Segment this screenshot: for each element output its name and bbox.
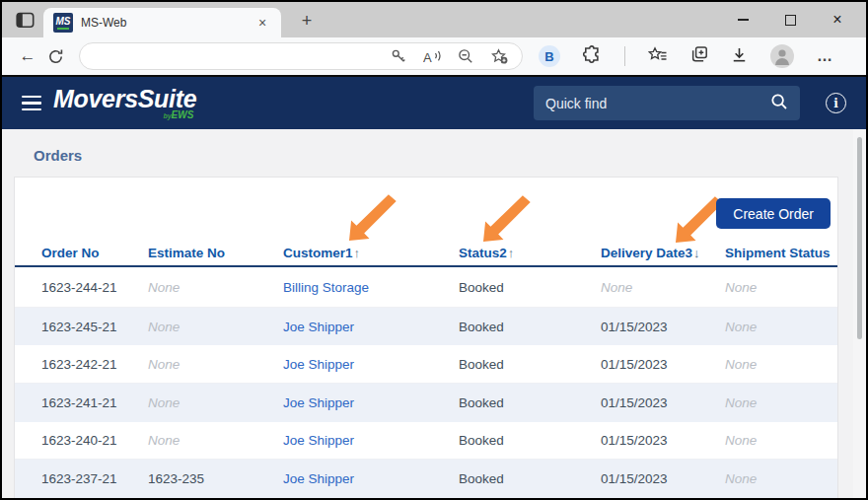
ms-favicon: MS xyxy=(53,13,73,33)
zoom-out-icon[interactable] xyxy=(455,45,476,67)
cell-delivery-date: 01/15/2023 xyxy=(601,320,725,334)
cell-status: Booked xyxy=(459,471,601,486)
scrollbar-track[interactable] xyxy=(853,129,866,498)
address-bar[interactable]: A xyxy=(79,42,523,70)
window-controls: × xyxy=(734,2,866,37)
cell-delivery-date: 01/15/2023 xyxy=(601,395,725,410)
cell-order-no: 1623-237-21 xyxy=(41,471,148,486)
cell-delivery-date: 01/15/2023 xyxy=(601,471,725,486)
toolbar-divider xyxy=(624,46,625,66)
cell-customer-link[interactable]: Joe Shipper xyxy=(283,471,459,486)
cell-estimate-no: None xyxy=(148,357,283,372)
collections-icon[interactable] xyxy=(690,45,708,67)
app-header: MoversSuite byEWS i xyxy=(2,77,866,129)
info-icon[interactable]: i xyxy=(826,93,846,113)
column-header-estimate-no[interactable]: Estimate No xyxy=(148,246,283,260)
column-header-order-no[interactable]: Order No xyxy=(41,246,148,260)
table-row[interactable]: 1623-245-21 None Joe Shipper Booked 01/1… xyxy=(15,308,837,346)
favorites-icon[interactable] xyxy=(648,46,668,67)
cell-status: Booked xyxy=(459,357,601,372)
minimize-button[interactable] xyxy=(734,11,752,29)
tab-title: MS-Web xyxy=(81,16,253,30)
cell-estimate-no: None xyxy=(148,320,283,334)
cell-shipment-status: None xyxy=(725,357,837,372)
cell-order-no: 1623-245-21 xyxy=(41,320,148,334)
logo-brand: MoversSuite xyxy=(53,87,196,111)
sort-ascending-icon: ↑ xyxy=(354,246,361,260)
cell-customer-link[interactable]: Joe Shipper xyxy=(283,357,459,372)
cell-status: Booked xyxy=(459,395,601,410)
page-content: Orders Create Order Order No Estimate No… xyxy=(2,129,866,498)
cell-estimate-no: 1623-235 xyxy=(148,471,283,486)
table-row[interactable]: 1623-242-21 None Joe Shipper Booked 01/1… xyxy=(15,345,837,384)
read-aloud-icon[interactable]: A xyxy=(421,45,443,67)
new-tab-button[interactable]: + xyxy=(295,9,319,33)
cell-order-no: 1623-240-21 xyxy=(41,433,148,448)
cell-delivery-date: 01/15/2023 xyxy=(601,357,725,372)
logo-by: by xyxy=(163,112,171,119)
sort-ascending-icon: ↑ xyxy=(508,246,515,260)
cell-order-no: 1623-242-21 xyxy=(41,357,148,372)
cell-order-no: 1623-241-21 xyxy=(41,395,148,410)
table-header-row: Order No Estimate No Customer1↑ Status2↑… xyxy=(15,240,837,267)
back-button[interactable]: ← xyxy=(14,42,41,70)
add-favorite-icon[interactable] xyxy=(488,45,510,67)
table-row[interactable]: 1623-240-21 None Joe Shipper Booked 01/1… xyxy=(15,422,837,461)
tab-strip: MS MS-Web × + × xyxy=(2,2,866,37)
profile-avatar[interactable] xyxy=(770,44,794,68)
table-row[interactable]: 1623-244-21 None Billing Storage Booked … xyxy=(15,269,837,308)
browser-window: MS MS-Web × + × ← A xyxy=(0,0,868,500)
orders-card: Create Order Order No Estimate No Custom… xyxy=(14,177,838,498)
page-title: Orders xyxy=(34,147,82,164)
cell-estimate-no: None xyxy=(148,280,283,295)
search-icon[interactable] xyxy=(770,93,788,114)
quick-find-box[interactable] xyxy=(534,86,800,120)
column-header-delivery-date[interactable]: Delivery Date3↓ xyxy=(601,246,725,260)
scrollbar-thumb[interactable] xyxy=(857,137,862,339)
address-input[interactable] xyxy=(94,49,376,63)
cell-status: Booked xyxy=(459,280,601,295)
more-menu-icon[interactable]: … xyxy=(817,47,833,65)
cell-customer-link[interactable]: Joe Shipper xyxy=(283,320,459,334)
column-header-customer[interactable]: Customer1↑ xyxy=(283,246,459,260)
column-header-status[interactable]: Status2↑ xyxy=(459,246,601,260)
quick-find-input[interactable] xyxy=(545,96,770,111)
tab-close-icon[interactable]: × xyxy=(253,14,271,32)
cell-customer-link[interactable]: Joe Shipper xyxy=(283,433,459,448)
table-row[interactable]: 1623-241-21 None Joe Shipper Booked 01/1… xyxy=(15,384,837,422)
logo-company: EWS xyxy=(172,109,194,120)
tab-actions-menu-icon[interactable] xyxy=(14,9,36,31)
cell-customer-link[interactable]: Joe Shipper xyxy=(283,395,459,410)
cell-delivery-date: 01/15/2023 xyxy=(601,433,725,448)
cell-status: Booked xyxy=(459,320,601,334)
maximize-icon xyxy=(785,15,796,26)
column-header-shipment-status[interactable]: Shipment Status xyxy=(725,246,837,260)
sort-descending-icon: ↓ xyxy=(693,246,700,260)
svg-text:A: A xyxy=(423,49,432,64)
cell-delivery-date: None xyxy=(601,280,725,295)
extensions-icon[interactable] xyxy=(583,45,602,68)
table-body: 1623-244-21 None Billing Storage Booked … xyxy=(15,269,837,498)
downloads-icon[interactable] xyxy=(731,46,748,67)
cell-estimate-no: None xyxy=(148,433,283,448)
cell-status: Booked xyxy=(459,433,601,448)
cell-shipment-status: None xyxy=(725,471,837,486)
moverssuite-logo: MoversSuite byEWS xyxy=(53,87,196,120)
cell-shipment-status: None xyxy=(725,395,837,410)
create-order-button[interactable]: Create Order xyxy=(716,198,831,229)
maximize-button[interactable] xyxy=(781,11,799,29)
table-row[interactable]: 1623-237-21 1623-235 Joe Shipper Booked … xyxy=(15,460,837,498)
favicon-text: MS xyxy=(56,16,71,27)
close-window-button[interactable]: × xyxy=(829,11,846,29)
cell-order-no: 1623-244-21 xyxy=(41,280,148,295)
password-key-icon[interactable] xyxy=(388,45,409,67)
hamburger-menu-icon[interactable] xyxy=(22,96,41,111)
toolbar-right-icons: B … xyxy=(539,44,833,68)
cell-customer-link[interactable]: Billing Storage xyxy=(283,280,459,295)
cell-estimate-no: None xyxy=(148,395,283,410)
refresh-button[interactable] xyxy=(41,42,69,70)
tab-ms-web[interactable]: MS MS-Web × xyxy=(43,8,281,37)
bing-b-icon[interactable]: B xyxy=(539,45,560,67)
cell-shipment-status: None xyxy=(725,320,837,334)
browser-toolbar: ← A B xyxy=(2,37,866,77)
